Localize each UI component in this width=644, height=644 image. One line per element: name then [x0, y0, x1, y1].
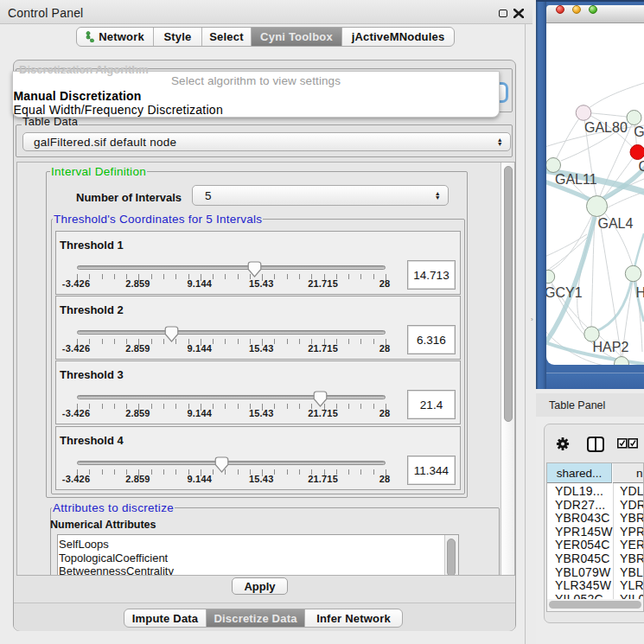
svg-text:HAP2: HAP2 [593, 340, 629, 354]
svg-text:GAL11: GAL11 [555, 172, 597, 187]
svg-text:GCY1: GCY1 [546, 285, 583, 300]
svg-text:GAL80: GAL80 [584, 120, 628, 135]
svg-text:GA: GA [634, 124, 644, 139]
svg-text:H: H [636, 285, 644, 300]
svg-text:GAL4: GAL4 [598, 216, 634, 231]
svg-text:C: C [639, 159, 644, 174]
